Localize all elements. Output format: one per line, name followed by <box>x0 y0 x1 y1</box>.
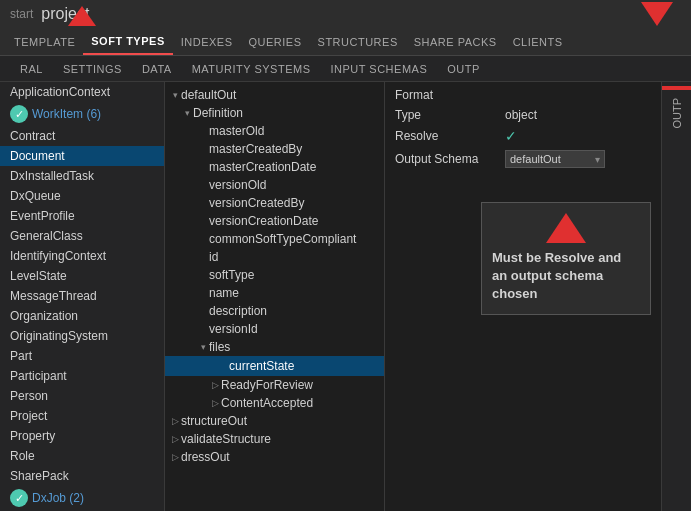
sidebar-item-project[interactable]: Project <box>0 406 164 426</box>
tree-versionId[interactable]: versionId <box>165 320 384 338</box>
tree-versionCreatedBy[interactable]: versionCreatedBy <box>165 194 384 212</box>
sidebar-item-originatingsystem[interactable]: OriginatingSystem <box>0 326 164 346</box>
right-panel-label[interactable]: OUTP <box>671 92 683 135</box>
top-right-arrow <box>641 2 673 29</box>
tree-versionCreationDate[interactable]: versionCreationDate <box>165 212 384 230</box>
nav-soft-types[interactable]: SOFT TYPES <box>83 28 172 55</box>
subnav-output[interactable]: OUTP <box>437 56 490 81</box>
nav-queries[interactable]: QUERIES <box>241 28 310 55</box>
callout-box: Must be Resolve and an output schema cho… <box>481 202 651 315</box>
sidebar-item-identifyingcontext[interactable]: IdentifyingContext <box>0 246 164 266</box>
subnav-settings[interactable]: SETTINGS <box>53 56 132 81</box>
resolve-label: Resolve <box>395 129 505 143</box>
tree-commonSoftType[interactable]: commonSoftTypeCompliant <box>165 230 384 248</box>
tree-arrow: ▾ <box>169 90 181 100</box>
callout-text: Must be Resolve and an output schema cho… <box>492 250 621 301</box>
output-schema-value: defaultOut <box>510 153 561 165</box>
main-content: ApplicationContext ✓ WorkItem (6) Contra… <box>0 82 691 511</box>
tree-arrow: ▷ <box>169 416 181 426</box>
subnav-ral[interactable]: RAL <box>10 56 53 81</box>
sidebar-item-dxjob[interactable]: ✓ DxJob (2) <box>0 486 164 510</box>
output-schema-label: Output Schema <box>395 152 505 166</box>
right-panel: OUTP <box>661 82 691 511</box>
tree-masterOld[interactable]: masterOld <box>165 122 384 140</box>
nav-indexes[interactable]: INDEXES <box>173 28 241 55</box>
sidebar-item-generalclass[interactable]: GeneralClass <box>0 226 164 246</box>
nav-structures[interactable]: STRUCTURES <box>310 28 406 55</box>
resolve-check: ✓ <box>505 128 517 144</box>
sidebar-item-contract[interactable]: Contract <box>0 126 164 146</box>
sidebar-item-person[interactable]: Person <box>0 386 164 406</box>
tree-dressOut[interactable]: ▷ dressOut <box>165 448 384 466</box>
output-schema-select[interactable]: defaultOut ▾ <box>505 150 605 168</box>
type-row: Type object <box>395 108 651 122</box>
output-schema-row: Output Schema defaultOut ▾ <box>395 150 651 168</box>
sidebar: ApplicationContext ✓ WorkItem (6) Contra… <box>0 82 165 511</box>
sidebar-item-levelstate[interactable]: LevelState <box>0 266 164 286</box>
title-bar: start project <box>0 0 691 28</box>
tree-definition[interactable]: ▾ Definition <box>165 104 384 122</box>
chevron-down-icon: ▾ <box>595 154 600 165</box>
tree-structureOut[interactable]: ▷ structureOut <box>165 412 384 430</box>
nav-template[interactable]: TEMPLATE <box>6 28 83 55</box>
sidebar-item-eventprofile[interactable]: EventProfile <box>0 206 164 226</box>
tree-masterCreatedBy[interactable]: masterCreatedBy <box>165 140 384 158</box>
title-start: start <box>10 7 33 21</box>
sidebar-item-dxqueue[interactable]: DxQueue <box>0 186 164 206</box>
resolve-row: Resolve ✓ <box>395 128 651 144</box>
tree-arrow: ▷ <box>209 380 221 390</box>
type-value: object <box>505 108 537 122</box>
nav-share-packs[interactable]: SHARE PACKS <box>406 28 505 55</box>
workitem-icon: ✓ <box>10 105 28 123</box>
format-row: Format <box>395 88 651 102</box>
subnav-maturity[interactable]: MATURITY SYSTEMS <box>182 56 321 81</box>
sidebar-item-property[interactable]: Property <box>0 426 164 446</box>
subnav-input-schemas[interactable]: INPUT SCHEMAS <box>320 56 437 81</box>
tree-validateStructure[interactable]: ▷ validateStructure <box>165 430 384 448</box>
tree-description[interactable]: description <box>165 302 384 320</box>
tree-readyForReview[interactable]: ▷ ReadyForReview <box>165 376 384 394</box>
sidebar-item-messagethread[interactable]: MessageThread <box>0 286 164 306</box>
subnav-data[interactable]: DATA <box>132 56 182 81</box>
tree-currentState[interactable]: currentState <box>165 356 384 376</box>
sidebar-item-dxinstalledtask[interactable]: DxInstalledTask <box>0 166 164 186</box>
sidebar-item-participant[interactable]: Participant <box>0 366 164 386</box>
nav-clients[interactable]: CLIENTS <box>505 28 571 55</box>
tree-softType[interactable]: softType <box>165 266 384 284</box>
tree-masterCreationDate[interactable]: masterCreationDate <box>165 158 384 176</box>
tree-arrow: ▾ <box>181 108 193 118</box>
tree-defaultOut[interactable]: ▾ defaultOut <box>165 86 384 104</box>
sidebar-item-appcontext[interactable]: ApplicationContext <box>0 82 164 102</box>
right-panel-accent <box>662 86 691 90</box>
format-label: Format <box>395 88 505 102</box>
tree-arrow: ▷ <box>169 434 181 444</box>
tree-arrow: ▾ <box>197 342 209 352</box>
soft-types-arrow <box>68 6 96 29</box>
tree-versionOld[interactable]: versionOld <box>165 176 384 194</box>
tree-arrow: ▷ <box>209 398 221 408</box>
tree-files[interactable]: ▾ files <box>165 338 384 356</box>
sidebar-item-sharepack[interactable]: SharePack <box>0 466 164 486</box>
top-nav: TEMPLATE SOFT TYPES INDEXES QUERIES STRU… <box>0 28 691 56</box>
tree-arrow: ▷ <box>169 452 181 462</box>
tree-name[interactable]: name <box>165 284 384 302</box>
tree-contentAccepted[interactable]: ▷ ContentAccepted <box>165 394 384 412</box>
sidebar-item-workitem[interactable]: ✓ WorkItem (6) <box>0 102 164 126</box>
sidebar-item-part[interactable]: Part <box>0 346 164 366</box>
sidebar-item-organization[interactable]: Organization <box>0 306 164 326</box>
properties-panel: Format Type object Resolve ✓ Output Sche… <box>385 82 661 511</box>
sub-nav: RAL SETTINGS DATA MATURITY SYSTEMS INPUT… <box>0 56 691 82</box>
sidebar-item-role[interactable]: Role <box>0 446 164 466</box>
dxjob-icon: ✓ <box>10 489 28 507</box>
tree-id[interactable]: id <box>165 248 384 266</box>
sidebar-item-document[interactable]: Document <box>0 146 164 166</box>
type-label: Type <box>395 108 505 122</box>
tree-panel: ▾ defaultOut ▾ Definition masterOld mast… <box>165 82 385 511</box>
